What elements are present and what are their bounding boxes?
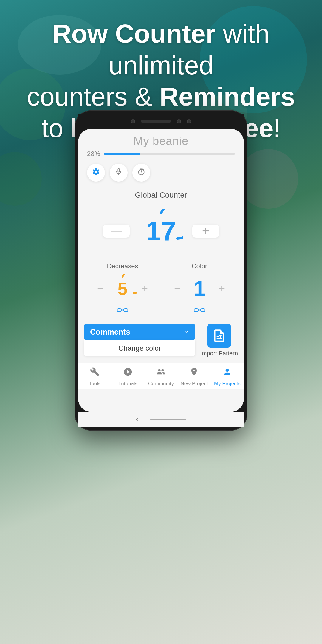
- new-project-icon: [189, 367, 199, 379]
- phone-frame: My beanie 28%: [75, 110, 247, 431]
- microphone-icon: [114, 168, 123, 178]
- home-bar[interactable]: [150, 419, 186, 420]
- global-counter-label: Global Counter: [78, 188, 244, 203]
- chevron-icon: [183, 329, 189, 335]
- nav-my-projects-label: My Projects: [214, 381, 241, 387]
- microphone-button[interactable]: [110, 164, 128, 182]
- timer-icon: [137, 168, 145, 178]
- nav-tutorials[interactable]: Tutorials: [111, 367, 144, 387]
- svg-rect-7: [124, 309, 128, 312]
- color-plus-button[interactable]: +: [219, 282, 225, 295]
- svg-rect-10: [201, 309, 205, 312]
- comments-section: Comments Change color: [84, 324, 195, 356]
- import-pattern-button[interactable]: [207, 324, 231, 348]
- nav-tools-label: Tools: [89, 381, 101, 387]
- tools-icon: [90, 367, 100, 379]
- nav-new-project[interactable]: New Project: [178, 367, 211, 387]
- svg-point-3: [0, 152, 42, 206]
- progress-area: 28%: [78, 150, 244, 164]
- my-projects-icon: [222, 367, 232, 379]
- nav-community-label: Community: [148, 381, 174, 387]
- nav-my-projects[interactable]: My Projects: [211, 367, 244, 387]
- nav-community[interactable]: Community: [144, 367, 177, 387]
- comments-button[interactable]: Comments: [84, 324, 195, 340]
- header-end: !: [273, 113, 281, 143]
- phone-notch: [78, 114, 244, 129]
- camera-dot-3: [187, 119, 191, 123]
- camera-dot-2: [177, 119, 181, 123]
- phone-screen: My beanie 28%: [78, 129, 244, 412]
- settings-button[interactable]: [87, 164, 105, 182]
- global-counter-value: 17: [146, 216, 176, 247]
- speaker-bar: [141, 120, 171, 123]
- tutorials-icon: [123, 367, 133, 379]
- color-minus-button[interactable]: −: [174, 282, 180, 295]
- decreases-label: Decreases: [107, 262, 138, 270]
- decreases-display: 5: [108, 274, 137, 304]
- header-bold-1: Row Counter: [52, 19, 216, 48]
- back-button[interactable]: ‹: [136, 416, 138, 423]
- comments-label: Comments: [90, 327, 130, 337]
- community-icon: [156, 367, 166, 379]
- phone-container: My beanie 28%: [75, 110, 247, 431]
- phone-bottom-bar: ‹: [78, 412, 244, 427]
- global-increase-button[interactable]: +: [192, 225, 219, 238]
- bottom-nav: Tools Tutorials: [78, 363, 244, 389]
- color-link-icon: [194, 306, 205, 315]
- header-bold-2: Reminders: [160, 82, 295, 111]
- nav-tutorials-label: Tutorials: [118, 381, 138, 387]
- bottom-actions: Comments Change color: [78, 321, 244, 363]
- plus-icon: +: [202, 224, 210, 238]
- sub-counters: Decreases − 5 +: [78, 262, 244, 321]
- progress-fill: [104, 153, 140, 155]
- color-counter: Color − 1 +: [164, 262, 235, 315]
- svg-rect-9: [194, 309, 198, 312]
- global-counter-display: 17: [139, 209, 183, 253]
- color-row: − 1 +: [174, 274, 225, 304]
- nav-new-project-label: New Project: [180, 381, 208, 387]
- color-label: Color: [192, 262, 208, 270]
- change-color-button[interactable]: Change color: [84, 340, 195, 356]
- svg-rect-6: [117, 309, 121, 312]
- progress-percent: 28%: [87, 150, 100, 158]
- minus-icon: —: [111, 225, 122, 237]
- decreases-link-icon: [117, 306, 128, 315]
- settings-icon: [92, 168, 100, 178]
- phone-screen-area: My beanie 28%: [78, 129, 244, 412]
- color-display: 1: [185, 274, 214, 304]
- color-value: 1: [194, 277, 205, 301]
- decreases-row: − 5 +: [97, 274, 148, 304]
- timer-button[interactable]: [132, 164, 150, 182]
- comments-dropdown: Change color: [84, 340, 195, 356]
- header-normal-2: counters &: [27, 82, 160, 111]
- global-counter-area: — 17 +: [78, 203, 244, 262]
- decreases-plus-button[interactable]: +: [142, 282, 148, 295]
- nav-tools[interactable]: Tools: [78, 367, 111, 387]
- toolbar-row: [78, 164, 244, 188]
- import-pattern-section: Import Pattern: [200, 324, 238, 357]
- app-title: My beanie: [78, 129, 244, 150]
- decreases-minus-button[interactable]: −: [97, 282, 103, 295]
- camera-dot-1: [131, 119, 135, 123]
- global-decrease-button[interactable]: —: [103, 225, 130, 238]
- svg-point-2: [239, 149, 298, 209]
- import-pattern-label: Import Pattern: [200, 350, 238, 357]
- decreases-counter: Decreases − 5 +: [87, 262, 158, 315]
- decreases-value: 5: [117, 278, 127, 299]
- progress-track: [104, 153, 235, 155]
